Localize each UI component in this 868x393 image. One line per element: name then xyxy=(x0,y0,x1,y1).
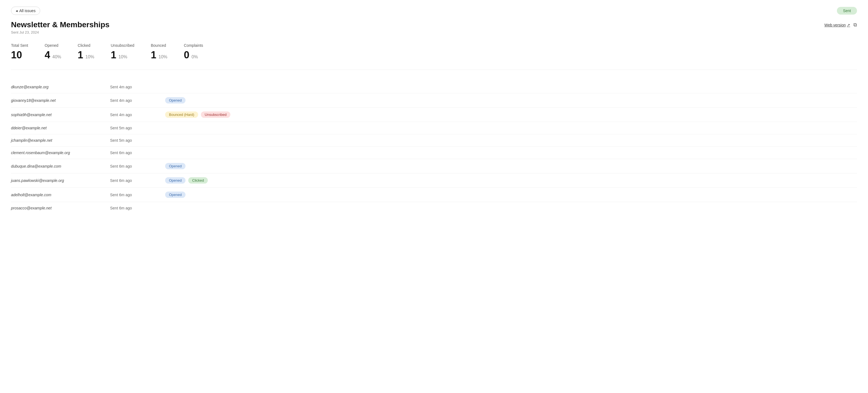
stat-label: Opened xyxy=(44,43,61,48)
stat-percent: 10% xyxy=(85,55,94,59)
header-right: Web version ↗ ⧉ xyxy=(824,20,857,28)
stat-number: 1 xyxy=(111,49,116,61)
back-icon: ◂ xyxy=(16,8,18,13)
recipient-email: adelholt@example.com xyxy=(11,193,110,197)
stat-item: Total Sent 10 xyxy=(11,43,28,61)
table-row: clement.rosenbaum@example.org Sent 6m ag… xyxy=(11,147,857,159)
tag-bounced--hard-: Bounced (Hard) xyxy=(165,112,198,118)
recipient-time: Sent 6m ago xyxy=(110,164,165,169)
stat-label: Complaints xyxy=(184,43,203,48)
recipient-tags: OpenedClicked xyxy=(165,177,857,184)
table-row: dkunze@example.org Sent 4m ago xyxy=(11,81,857,93)
back-label: All issues xyxy=(19,8,35,13)
table-row: jchamplin@example.net Sent 5m ago xyxy=(11,134,857,147)
recipient-time: Sent 4m ago xyxy=(110,85,165,89)
external-link-icon: ↗ xyxy=(847,23,850,27)
tag-opened: Opened xyxy=(165,177,185,184)
stat-item: Clicked 1 10% xyxy=(78,43,94,61)
recipient-email: ddeier@example.net xyxy=(11,126,110,130)
tag-opened: Opened xyxy=(165,191,185,198)
table-row: ddeier@example.net Sent 5m ago xyxy=(11,122,857,134)
stat-value-row: 0 0% xyxy=(184,49,203,61)
stat-percent: 10% xyxy=(158,55,167,59)
page-title: Newsletter & Memberships xyxy=(11,20,110,29)
stat-item: Unsubscribed 1 10% xyxy=(111,43,134,61)
recipients-list: dkunze@example.org Sent 4m ago giovanny1… xyxy=(11,81,857,214)
web-version-label: Web version xyxy=(824,23,846,27)
recipient-time: Sent 6m ago xyxy=(110,178,165,183)
table-row: juans.pawlowski@example.org Sent 6m ago … xyxy=(11,173,857,188)
recipient-tags: Bounced (Hard)Unsubscribed xyxy=(165,112,857,118)
tag-opened: Opened xyxy=(165,97,185,103)
stat-value-row: 1 10% xyxy=(78,49,94,61)
back-button[interactable]: ◂ All issues xyxy=(11,7,40,15)
stat-label: Total Sent xyxy=(11,43,28,48)
recipient-email: jchamplin@example.net xyxy=(11,138,110,143)
top-bar: ◂ All issues Sent xyxy=(11,7,857,15)
recipient-time: Sent 6m ago xyxy=(110,151,165,155)
tag-unsubscribed: Unsubscribed xyxy=(201,112,230,118)
recipient-tags: Opened xyxy=(165,191,857,198)
copy-icon[interactable]: ⧉ xyxy=(854,22,857,28)
sent-date: Sent Jul 23, 2024 xyxy=(11,30,110,34)
recipient-email: clement.rosenbaum@example.org xyxy=(11,151,110,155)
table-row: prosacco@example.net Sent 6m ago xyxy=(11,202,857,214)
stat-item: Bounced 1 10% xyxy=(151,43,167,61)
stat-percent: 40% xyxy=(52,55,61,59)
stat-value-row: 1 10% xyxy=(151,49,167,61)
recipient-email: dubuque.dina@example.com xyxy=(11,164,110,169)
table-row: sophia9h@example.net Sent 4m ago Bounced… xyxy=(11,108,857,122)
stat-percent: 0% xyxy=(191,55,198,59)
recipient-time: Sent 5m ago xyxy=(110,138,165,143)
recipient-time: Sent 6m ago xyxy=(110,193,165,197)
stat-value-row: 1 10% xyxy=(111,49,134,61)
tag-clicked: Clicked xyxy=(188,177,208,184)
stat-item: Complaints 0 0% xyxy=(184,43,203,61)
recipient-email: juans.pawlowski@example.org xyxy=(11,178,110,183)
stat-number: 0 xyxy=(184,49,189,61)
header-left: Newsletter & Memberships Sent Jul 23, 20… xyxy=(11,20,110,34)
stat-value-row: 4 40% xyxy=(44,49,61,61)
recipient-email: prosacco@example.net xyxy=(11,206,110,210)
recipient-email: giovanny18@example.net xyxy=(11,98,110,103)
stat-label: Unsubscribed xyxy=(111,43,134,48)
status-badge: Sent xyxy=(837,7,857,14)
recipient-tags: Opened xyxy=(165,163,857,169)
stat-value-row: 10 xyxy=(11,49,28,61)
recipient-email: dkunze@example.org xyxy=(11,85,110,89)
stat-label: Clicked xyxy=(78,43,94,48)
stat-label: Bounced xyxy=(151,43,167,48)
web-version-link[interactable]: Web version ↗ xyxy=(824,23,850,27)
stat-number: 1 xyxy=(78,49,83,61)
recipient-time: Sent 5m ago xyxy=(110,126,165,130)
recipient-time: Sent 6m ago xyxy=(110,206,165,210)
stat-percent: 10% xyxy=(118,55,127,59)
table-row: giovanny18@example.net Sent 4m ago Opene… xyxy=(11,93,857,108)
recipient-time: Sent 4m ago xyxy=(110,113,165,117)
page-header: Newsletter & Memberships Sent Jul 23, 20… xyxy=(11,20,857,34)
recipient-tags: Opened xyxy=(165,97,857,103)
stat-item: Opened 4 40% xyxy=(44,43,61,61)
recipient-time: Sent 4m ago xyxy=(110,98,165,103)
stat-number: 10 xyxy=(11,49,22,61)
stat-number: 1 xyxy=(151,49,156,61)
tag-opened: Opened xyxy=(165,163,185,169)
stats-row: Total Sent 10 Opened 4 40% Clicked 1 10%… xyxy=(11,43,857,70)
table-row: dubuque.dina@example.com Sent 6m ago Ope… xyxy=(11,159,857,173)
table-row: adelholt@example.com Sent 6m ago Opened xyxy=(11,188,857,202)
stat-number: 4 xyxy=(44,49,50,61)
recipient-email: sophia9h@example.net xyxy=(11,113,110,117)
